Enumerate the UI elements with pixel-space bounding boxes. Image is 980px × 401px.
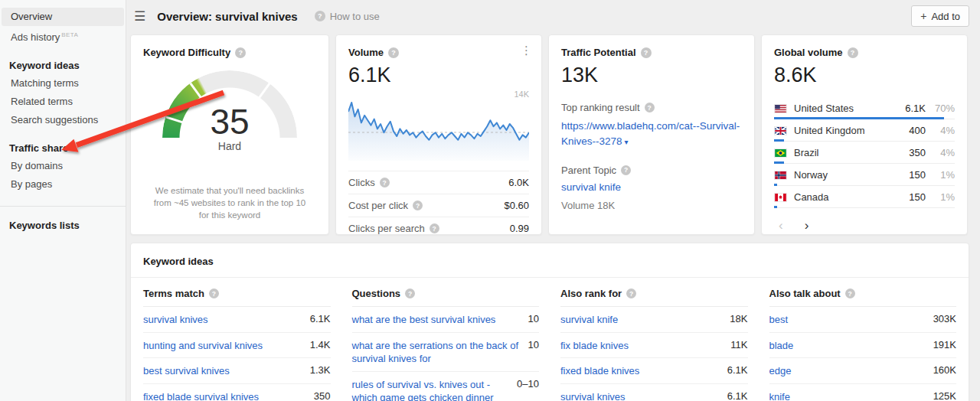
topbar: ☰ Overview: survival knives ? How to use… [126, 0, 980, 32]
parent-topic-volume: Volume 18K [561, 200, 742, 211]
country-row: Canada 150 1% [774, 186, 955, 203]
help-icon[interactable]: ? [380, 178, 390, 187]
keyword-link[interactable]: best [769, 313, 924, 327]
prev-page-icon[interactable]: ‹ [779, 218, 783, 233]
column-header: Questions? [352, 278, 540, 307]
keyword-link[interactable]: what are the serrations on the back of s… [352, 339, 519, 366]
keyword-row: fixed blade knives6.1K [560, 358, 748, 384]
keyword-link[interactable]: survival knife [560, 313, 720, 327]
card-title: Keyword Difficulty ? [143, 47, 316, 58]
flag-canada-icon [774, 193, 787, 202]
chart-max-label: 14K [514, 90, 529, 99]
keyword-ideas-title: Keyword ideas [131, 243, 969, 278]
traffic-potential-value: 13K [561, 64, 742, 87]
flag-brazil-icon [774, 148, 787, 158]
country-share-bar [774, 161, 955, 164]
metric-row: Clicks? 6.0K [348, 171, 529, 194]
help-icon[interactable]: ? [413, 200, 423, 210]
keyword-volume: 11K [730, 339, 747, 350]
keyword-volume: 6.1K [727, 390, 748, 401]
help-icon[interactable]: ? [405, 289, 415, 298]
questions-column: Questions? what are the best survival kn… [352, 278, 540, 401]
sidebar-item-matching-terms[interactable]: Matching terms [2, 74, 124, 93]
parent-topic-link[interactable]: survival knife [561, 181, 742, 193]
help-icon: ? [315, 11, 325, 21]
keyword-ideas-card: Keyword ideas Terms match? survival kniv… [130, 243, 969, 401]
keyword-link[interactable]: survival knives [143, 313, 301, 327]
help-icon[interactable]: ? [430, 223, 439, 233]
sidebar-divider [0, 206, 126, 207]
add-to-button[interactable]: + Add to [911, 5, 969, 27]
keyword-link[interactable]: fix blade knives [560, 339, 721, 353]
top-ranking-url-link[interactable]: https://www.bladehq.com/cat--Survival-Kn… [561, 119, 742, 150]
keyword-link[interactable]: knife [769, 390, 924, 401]
column-header: Also rank for? [560, 278, 748, 307]
sidebar-item-by-pages[interactable]: By pages [2, 175, 124, 194]
keyword-link[interactable]: what are the best survival knives [352, 313, 519, 327]
caret-down-icon: ▾ [625, 138, 629, 146]
help-icon[interactable]: ? [621, 165, 631, 175]
keyword-link[interactable]: fixed blade survival knives [143, 390, 305, 401]
help-icon[interactable]: ? [626, 289, 636, 298]
sidebar-item-overview[interactable]: Overview [2, 8, 124, 26]
help-icon[interactable]: ? [235, 47, 246, 58]
how-to-use-link[interactable]: ? How to use [310, 11, 380, 22]
sidebar-item-by-domains[interactable]: By domains [2, 157, 124, 175]
help-icon[interactable]: ? [645, 103, 655, 112]
sidebar-item-related-terms[interactable]: Related terms [2, 93, 124, 111]
country-list: United States 6.1K 70% United Kingdom 40… [774, 97, 955, 208]
help-icon[interactable]: ? [388, 47, 399, 58]
metric-row: Cost per click? $0.60 [348, 194, 529, 217]
keyword-volume: 160K [933, 364, 956, 376]
card-title: Global volume ? [774, 47, 955, 58]
country-row: Brazil 350 4% [774, 142, 955, 158]
keyword-row: survival knives6.1K [560, 384, 748, 401]
keyword-row: fix blade knives11K [560, 333, 748, 359]
traffic-potential-card: Traffic Potential ? 13K Top ranking resu… [548, 34, 755, 235]
keyword-volume: 0–10 [517, 378, 539, 390]
sidebar-header-keywords-lists: Keywords lists [0, 216, 126, 234]
country-row: United States 6.1K 70% [774, 97, 955, 114]
also-talk-about-column: Also talk about? best303Kblade191Kedge16… [769, 278, 957, 401]
keyword-link[interactable]: edge [769, 364, 924, 378]
keyword-link[interactable]: best survival knives [143, 364, 301, 378]
kebab-menu-icon[interactable]: ⋮ [521, 44, 532, 56]
keyword-link[interactable]: hunting and survival knives [143, 339, 301, 353]
keyword-volume: 125K [933, 390, 956, 401]
keyword-link[interactable]: blade [769, 339, 924, 353]
hamburger-menu-icon[interactable]: ☰ [134, 8, 145, 24]
country-pagination: ‹ › [774, 218, 955, 233]
keyword-row: rules of survival vs. knives out - which… [352, 372, 540, 401]
keyword-link[interactable]: survival knives [560, 390, 718, 401]
metric-cards-row: Keyword Difficulty ? 35 Hard We estimate… [130, 34, 969, 235]
flag-norway-icon [774, 171, 787, 180]
flag-united-states-icon [774, 104, 787, 113]
sidebar-item-ads-history[interactable]: Ads historyBETA [2, 26, 124, 47]
keyword-volume: 350 [314, 390, 331, 401]
volume-value: 6.1K [348, 64, 529, 87]
keyword-volume: 6.1K [727, 364, 748, 376]
keyword-link[interactable]: rules of survival vs. knives out - which… [352, 378, 508, 401]
country-share-bar [774, 206, 955, 208]
keyword-link[interactable]: fixed blade knives [560, 364, 718, 378]
help-icon[interactable]: ? [845, 289, 855, 298]
parent-topic-label: Parent Topic ? [561, 165, 742, 176]
sidebar-item-search-suggestions[interactable]: Search suggestions [2, 111, 124, 129]
keyword-row: edge160K [769, 358, 957, 384]
terms-match-column: Terms match? survival knives6.1Khunting … [143, 278, 331, 401]
help-icon[interactable]: ? [848, 47, 858, 58]
country-share-bar [774, 117, 955, 119]
sidebar: Overview Ads historyBETA Keyword ideas M… [0, 0, 126, 401]
keyword-row: knife125K [769, 384, 957, 401]
help-icon[interactable]: ? [209, 289, 219, 298]
column-header: Terms match? [143, 278, 331, 307]
card-title: Volume ? [348, 47, 529, 58]
column-header: Also talk about? [769, 278, 957, 307]
next-page-icon[interactable]: › [805, 218, 809, 233]
keyword-row: survival knife18K [560, 307, 748, 333]
help-icon[interactable]: ? [641, 47, 652, 58]
volume-card: ⋮ Volume ? 6.1K 14K [335, 34, 542, 235]
volume-trend-chart: 14K [348, 99, 529, 163]
country-row: United Kingdom 400 4% [774, 119, 955, 136]
keyword-volume: 6.1K [310, 313, 331, 324]
